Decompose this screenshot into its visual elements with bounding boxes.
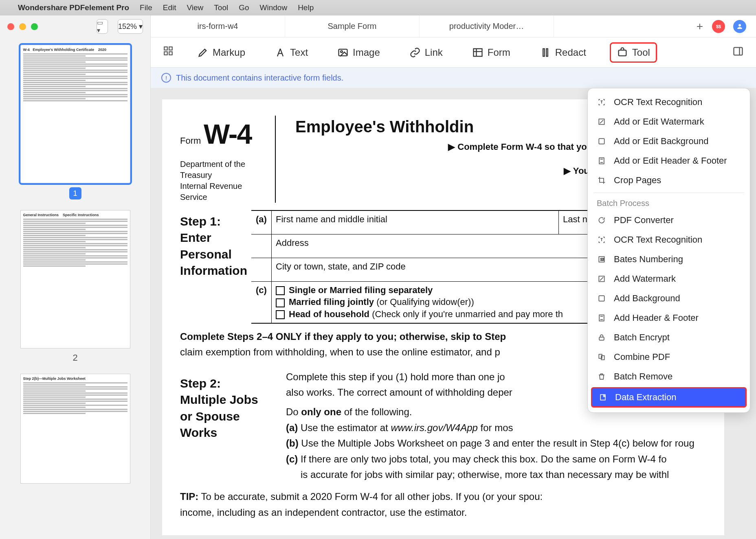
svg-rect-1 <box>164 47 167 50</box>
svg-rect-7 <box>473 48 482 56</box>
step2-opt-c: (c) If there are only two jobs total, yo… <box>286 453 706 466</box>
page-thumbnail-2[interactable]: General Instructions Specific Instructio… <box>20 210 130 348</box>
menu-edit[interactable]: Edit <box>163 3 176 12</box>
dd-background[interactable]: Add or Edit Background <box>588 131 750 151</box>
svg-rect-5 <box>339 49 347 55</box>
menu-view[interactable]: View <box>187 3 203 12</box>
checkbox-married-joint[interactable] <box>276 298 285 307</box>
checkbox-single[interactable] <box>276 286 285 295</box>
dd-batch-encrypt[interactable]: Batch Encrypt <box>588 328 750 347</box>
tool-button[interactable]: Tool <box>610 42 657 63</box>
svg-rect-3 <box>164 52 167 55</box>
header-footer-icon <box>597 313 607 323</box>
tool-dropdown: OCR Text Recognition Add or Edit Waterma… <box>587 88 750 413</box>
macos-menubar: Wondershare PDFelement Pro File Edit Vie… <box>0 0 756 15</box>
svg-rect-9 <box>734 47 743 55</box>
svg-rect-12 <box>599 158 604 164</box>
minimize-icon[interactable] <box>19 23 26 30</box>
combine-icon <box>597 352 607 362</box>
banner-text: This document contains interactive form … <box>176 73 343 83</box>
ocr-icon <box>597 235 607 245</box>
tab-productivity[interactable]: productivity Moder… <box>420 15 554 37</box>
step1-label: Step 1: <box>180 213 251 230</box>
bates-icon: 12 <box>597 254 607 264</box>
tab-irs-form-w4[interactable]: irs-form-w4 <box>151 15 285 37</box>
svg-point-0 <box>738 24 741 26</box>
document-tab-bar: irs-form-w4 Sample Form productivity Mod… <box>151 15 756 37</box>
dd-data-extraction[interactable]: Data Extraction <box>591 387 747 408</box>
step2-opt-b: (b) Use the Multiple Jobs Worksheet on p… <box>286 437 706 450</box>
batch-process-heading: Batch Process <box>588 195 750 210</box>
crop-icon <box>597 175 607 185</box>
dd-pdf-converter[interactable]: PDF Converter <box>588 210 750 230</box>
link-button[interactable]: Link <box>404 44 448 61</box>
svg-rect-17 <box>599 315 604 321</box>
dd-watermark[interactable]: Add or Edit Watermark <box>588 112 750 131</box>
account-avatar-icon[interactable] <box>733 20 746 33</box>
dd-ocr-batch[interactable]: OCR Text Recognition <box>588 230 750 250</box>
step2-sub2: or Spouse <box>180 408 286 425</box>
step1-sub3: Information <box>180 263 251 279</box>
dd-combine-pdf[interactable]: Combine PDF <box>588 347 750 367</box>
page-number-badge: 1 <box>69 187 81 199</box>
right-panel-toggle-icon[interactable] <box>732 46 744 59</box>
svg-rect-11 <box>599 138 604 144</box>
thumbnail-sidebar: ▭ ▾ 152% ▾ W-4 Employee's Withholding Ce… <box>0 15 151 539</box>
menu-go[interactable]: Go <box>239 3 249 12</box>
menu-help[interactable]: Help <box>298 3 314 12</box>
svg-rect-8 <box>618 50 626 56</box>
form-button[interactable]: Form <box>466 44 516 61</box>
apps-grid-icon[interactable] <box>163 46 174 59</box>
info-icon: ! <box>161 73 171 83</box>
dd-crop[interactable]: Crop Pages <box>588 171 750 190</box>
step2-opt-a: (a) Use the estimator at www.irs.gov/W4A… <box>286 421 706 434</box>
ocr-icon <box>597 97 607 107</box>
header-footer-icon <box>597 156 607 166</box>
sale-badge-icon[interactable]: $$ <box>712 20 725 33</box>
tab-sample-form[interactable]: Sample Form <box>285 15 420 37</box>
dd-add-background[interactable]: Add Background <box>588 289 750 308</box>
dd-header-footer[interactable]: Add or Edit Header & Footer <box>588 151 750 171</box>
cell-c-label: (c) <box>251 282 272 323</box>
step2-opt-c2: is accurate for jobs with similar pay; o… <box>286 468 706 481</box>
converter-icon <box>597 215 607 225</box>
cell-a-label: (a) <box>251 211 272 234</box>
main-toolbar: Markup Text Image Link Form Redact <box>151 37 756 68</box>
menu-file[interactable]: File <box>140 3 152 12</box>
panel-toggle-button[interactable]: ▭ ▾ <box>97 19 108 34</box>
zoom-select[interactable]: 152% ▾ <box>118 19 143 34</box>
w4-title: W-4 <box>204 118 251 149</box>
dd-add-header-footer[interactable]: Add Header & Footer <box>588 308 750 328</box>
step2-label: Step 2: <box>180 375 286 392</box>
app-name[interactable]: Wondershare PDFelement Pro <box>18 3 129 12</box>
menu-window[interactable]: Window <box>260 3 288 12</box>
step2-sub3: Works <box>180 425 286 441</box>
background-icon <box>597 136 607 146</box>
dd-batch-remove[interactable]: Batch Remove <box>588 367 750 386</box>
page-thumbnail-3[interactable]: Step 2(b)—Multiple Jobs Worksheet <box>20 374 130 484</box>
checkbox-head-household[interactable] <box>276 310 285 319</box>
form-fields-banner: ! This document contains interactive for… <box>151 68 756 88</box>
text-button[interactable]: Text <box>269 44 314 61</box>
new-tab-button[interactable]: + <box>688 20 712 33</box>
svg-rect-4 <box>169 52 172 55</box>
dd-add-watermark[interactable]: Add Watermark <box>588 269 750 289</box>
dept-treasury: Department of the Treasury <box>180 159 269 181</box>
tip-para2: income, including as an independent cont… <box>180 506 706 519</box>
svg-rect-16 <box>599 296 604 301</box>
trash-icon <box>597 372 607 381</box>
step1-sub1: Enter <box>180 230 251 246</box>
page-thumbnail-1[interactable]: W-4 Employee's Withholding Certificate 2… <box>20 45 130 183</box>
maximize-icon[interactable] <box>31 23 38 30</box>
redact-button[interactable]: Redact <box>534 44 592 61</box>
close-icon[interactable] <box>7 23 14 30</box>
dd-bates[interactable]: 12Bates Numbering <box>588 250 750 269</box>
dd-ocr[interactable]: OCR Text Recognition <box>588 92 750 112</box>
dept-irs: Internal Revenue Service <box>180 181 269 203</box>
markup-button[interactable]: Markup <box>191 44 251 61</box>
main-area: irs-form-w4 Sample Form productivity Mod… <box>151 15 756 539</box>
firstname-field[interactable]: First name and middle initial <box>272 211 559 234</box>
image-button[interactable]: Image <box>332 44 386 61</box>
menu-tool[interactable]: Tool <box>214 3 228 12</box>
dropdown-separator <box>593 193 744 193</box>
